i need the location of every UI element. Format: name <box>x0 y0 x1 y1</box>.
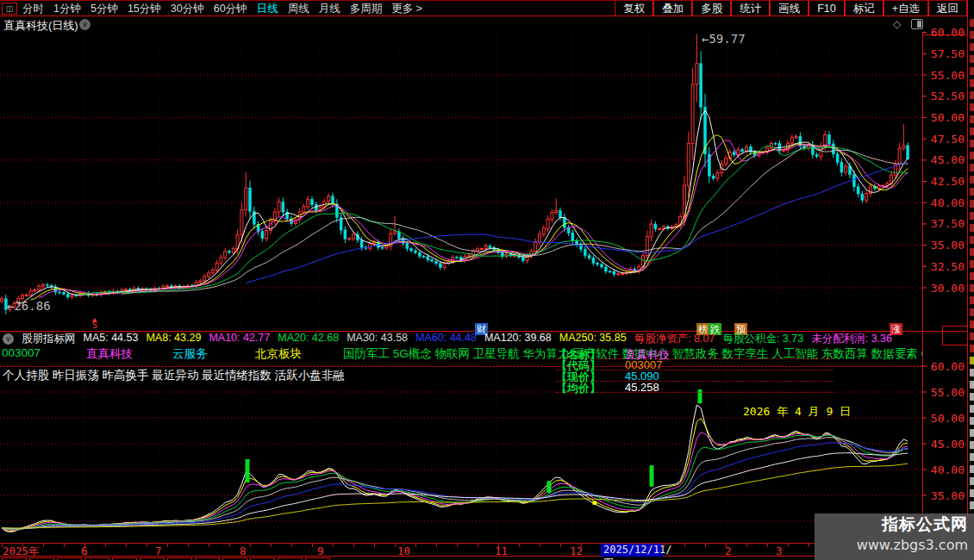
axis-tick <box>229 544 230 547</box>
toolbar-button[interactable]: 返回 <box>928 1 967 16</box>
signal-bar <box>246 459 250 482</box>
date-annotation: 2026 年 4 月 9 日 <box>743 405 851 418</box>
period-tab[interactable]: 分时 <box>22 2 44 16</box>
ma-value: MA10: 42.77 <box>209 333 270 345</box>
app-grid-icon[interactable]: ◫ <box>2 3 17 15</box>
side-strip-glyph <box>970 164 974 171</box>
side-strip-glyph <box>970 429 974 437</box>
axis-tick <box>457 544 458 547</box>
stock-industry: 云服务 <box>172 346 208 360</box>
axis-month-label: 8 <box>240 544 247 557</box>
period-tab[interactable]: 周线 <box>288 2 309 16</box>
side-strip-glyph <box>970 489 974 497</box>
toolbar-button[interactable]: 画线 <box>770 1 809 16</box>
side-strip-glyph <box>970 19 974 27</box>
toolbar-button[interactable]: 统计 <box>731 1 770 16</box>
selected-date-label: 2025/12/11/四 <box>601 544 663 557</box>
side-strip-glyph <box>970 465 974 473</box>
axis-tick <box>105 544 106 547</box>
side-strip-glyph <box>970 417 974 425</box>
sentiment-line <box>2 438 908 529</box>
price-axis-label: 47.50 <box>931 133 965 146</box>
period-tab[interactable]: 15分钟 <box>128 2 161 16</box>
collapse-chevron-icon[interactable]: v <box>3 333 14 345</box>
side-strip-glyph <box>970 31 974 39</box>
signal-bar <box>650 465 654 487</box>
sentiment-line <box>2 435 908 530</box>
price-axis-label: 37.50 <box>931 217 965 230</box>
side-strip-glyph <box>970 284 974 292</box>
stock-tags-row: 个人持股 昨日振荡 昨高换手 最近异动 最近情绪指数 活跃小盘非融 <box>3 368 399 382</box>
page-title: 直真科技(日线) <box>3 18 78 34</box>
lower-axis-label: 50.00 <box>931 412 965 425</box>
sentiment-line <box>2 453 908 529</box>
toolbar-button[interactable]: 叠加 <box>653 1 692 16</box>
price-chart[interactable]: 60.0057.5055.0052.5050.0047.5045.0042.50… <box>0 0 974 560</box>
axis-month-label: 7 <box>155 544 162 557</box>
ma-value: 未分配利润: 3.36 <box>811 333 892 345</box>
period-tab[interactable]: 5分钟 <box>91 2 118 16</box>
axis-tick <box>374 544 375 547</box>
period-tab[interactable]: 60分钟 <box>214 2 247 16</box>
stock-code[interactable]: 003007 <box>2 346 41 359</box>
period-tab[interactable]: 更多 > <box>391 2 422 16</box>
axis-month-label: 2 <box>725 544 732 557</box>
side-strip-glyph <box>970 212 974 220</box>
lower-axis-label: 60.00 <box>931 360 965 373</box>
side-strip-glyph <box>970 152 974 159</box>
sentiment-line <box>2 432 908 531</box>
side-strip-glyph <box>970 320 974 328</box>
axis-tick <box>395 544 396 547</box>
diamond-icon[interactable]: ◇ <box>893 18 901 30</box>
price-axis-label: 45.00 <box>931 153 965 166</box>
axis-tick <box>767 544 768 547</box>
axis-tick <box>705 544 706 547</box>
side-strip-glyph <box>970 333 974 340</box>
ma-value: MA8: 43.29 <box>146 333 201 345</box>
watermark-url: www.zbgs3.com <box>815 536 968 555</box>
ma-value: 每股净资产: 8.07 <box>634 333 715 345</box>
toolbar-button[interactable]: F10 <box>809 1 845 16</box>
period-tab[interactable]: 多周期 <box>350 2 383 16</box>
price-axis-label: 42.50 <box>931 175 965 188</box>
ma-line-MA20 <box>80 146 908 295</box>
side-strip-glyph <box>970 393 974 401</box>
chevron-down-icon[interactable]: v <box>79 19 91 30</box>
toolbar-button[interactable]: 复权 <box>615 1 653 16</box>
axis-tick <box>540 544 540 547</box>
period-toolbar: ◫ 分时1分钟5分钟15分钟30分钟60分钟日线周线月线多周期更多 > 复权叠加… <box>0 0 974 16</box>
side-strip-glyph <box>970 128 974 135</box>
sentiment-line <box>2 405 908 532</box>
lower-axis-label: 45.00 <box>931 438 965 451</box>
side-strip-glyph <box>970 381 974 389</box>
side-strip-glyph <box>970 67 974 75</box>
period-tab[interactable]: 日线 <box>257 2 278 16</box>
lower-axis-label: 35.00 <box>931 489 965 502</box>
sentiment-line <box>2 443 908 529</box>
stock-name[interactable]: 直真科技 <box>86 346 133 360</box>
sell-marker: S <box>92 320 97 330</box>
axis-tick <box>415 544 416 547</box>
stock-app-window: 60.0057.5055.0052.5050.0047.5045.0042.50… <box>0 0 974 560</box>
split-panel-icon[interactable] <box>911 19 923 29</box>
toolbar-button[interactable]: 标记 <box>845 1 883 16</box>
axis-tick <box>188 544 189 547</box>
toolbar-button[interactable]: +自选 <box>883 1 928 16</box>
lower-axis-label: 40.00 <box>931 464 965 476</box>
side-strip-glyph <box>970 477 974 485</box>
stock-board: 北京板块 <box>255 346 302 360</box>
ma-value: MA120: 39.68 <box>484 333 552 345</box>
price-axis-label: 40.00 <box>931 196 965 209</box>
side-strip-glyph <box>970 453 974 461</box>
period-tab[interactable]: 1分钟 <box>53 2 81 16</box>
axis-tick <box>43 544 44 547</box>
side-toolbar-strip[interactable] <box>967 0 974 560</box>
low-annotation: ←26.86 <box>7 299 51 313</box>
toolbar-button[interactable]: 多股 <box>692 1 731 16</box>
side-strip-glyph <box>970 79 974 87</box>
period-tab[interactable]: 30分钟 <box>171 2 204 16</box>
axis-tick <box>167 544 168 547</box>
axis-tick <box>147 544 147 547</box>
period-tab[interactable]: 月线 <box>319 2 340 16</box>
price-axis-label: 57.50 <box>931 47 965 60</box>
